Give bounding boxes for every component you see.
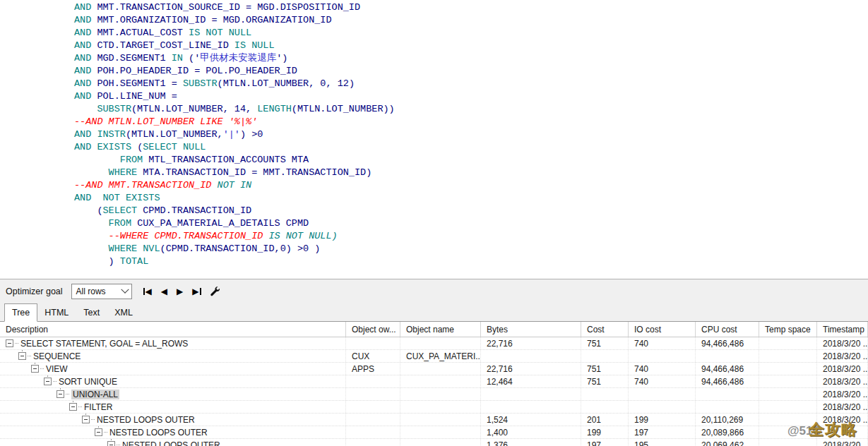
owner-cell: [346, 375, 400, 387]
previous-record-button[interactable]: ◀: [161, 287, 167, 296]
collapse-minus-icon[interactable]: [6, 339, 13, 347]
bytes-cell: 22,716: [481, 363, 581, 375]
cost-cell: [581, 401, 629, 413]
optimizer-goal-dropdown[interactable]: All rows: [71, 284, 132, 299]
timestamp-cell: 2018/3/20: [817, 439, 868, 446]
settings-wrench-icon[interactable]: [210, 286, 220, 296]
plan-tree-row[interactable]: SORT UNIQUE12,46475174094,466,4862018/3/…: [0, 375, 868, 388]
name-cell: [400, 439, 481, 446]
temp-space-cell: [759, 363, 817, 375]
cost-cell: [581, 388, 629, 400]
sql-code-line-1: AND MMT.TRANSACTION_SOURCE_ID = MGD.DISP…: [74, 1, 868, 14]
bytes-cell: [481, 388, 581, 400]
bytes-cell: 1,524: [481, 414, 581, 426]
plan-tree-row[interactable]: FILTER2018/3/20 ...: [0, 401, 868, 414]
column-header-io-cost[interactable]: IO cost: [629, 322, 696, 337]
plan-operation-label: NESTED LOOPS OUTER: [122, 440, 220, 446]
sql-code-line-13: FROM MTL_TRANSACTION_ACCOUNTS MTA: [74, 154, 868, 167]
column-header-object-ow[interactable]: Object ow...: [346, 322, 400, 337]
io-cost-cell: [629, 388, 696, 400]
bytes-cell: 22,716: [481, 337, 581, 349]
sql-code-line-4: AND CTD.TARGET_COST_LINE_ID IS NULL: [74, 40, 868, 52]
description-cell: VIEW: [0, 363, 346, 375]
temp-space-cell: [759, 375, 817, 387]
cpu-cost-cell: 20,110,269: [696, 414, 759, 426]
column-header-cpu-cost[interactable]: CPU cost: [696, 322, 759, 337]
sql-code-line-12: AND EXISTS (SELECT NULL: [74, 141, 868, 154]
column-header-timestamp[interactable]: Timestamp: [817, 322, 868, 337]
sql-code-line-19: --WHERE CPMD.TRANSACTION_ID IS NOT NULL): [74, 230, 868, 243]
collapse-minus-icon[interactable]: [82, 416, 90, 423]
timestamp-cell: 2018/3/20 ...: [817, 350, 868, 362]
sql-code-line-7: AND POH.SEGMENT1 = SUBSTR(MTLN.LOT_NUMBE…: [74, 78, 868, 90]
io-cost-cell: [629, 401, 696, 413]
name-cell: [400, 375, 481, 387]
plan-tree-row[interactable]: NESTED LOOPS OUTER1,40019919720,089,866: [0, 426, 868, 439]
tab-xml[interactable]: XML: [107, 304, 140, 321]
cpu-cost-cell: 20,089,866: [696, 426, 759, 438]
io-cost-cell: 197: [629, 426, 696, 438]
sql-code-line-8: AND POL.LINE_NUM =: [74, 90, 868, 103]
description-cell: NESTED LOOPS OUTER: [0, 414, 346, 426]
temp-space-cell: [759, 439, 817, 446]
sql-code-line-14: WHERE MTA.TRANSACTION_ID = MMT.TRANSACTI…: [74, 167, 868, 179]
plan-tree-row[interactable]: NESTED LOOPS OUTER1,37619719520,069,4622…: [0, 439, 868, 446]
timestamp-cell: 2018/3/20 ...: [817, 414, 868, 426]
plan-tree-row[interactable]: SELECT STATEMENT, GOAL = ALL_ROWS22,7167…: [0, 337, 868, 350]
sql-code-line-2: AND MMT.ORGANIZATION_ID = MGD.ORGANIZATI…: [74, 14, 868, 27]
description-cell: NESTED LOOPS OUTER: [0, 426, 346, 438]
plan-tree-row[interactable]: UNION-ALL2018/3/20 ...: [0, 388, 868, 401]
collapse-minus-icon[interactable]: [18, 352, 26, 360]
description-cell: SEQUENCE: [0, 350, 346, 362]
plan-operation-label: SEQUENCE: [33, 351, 81, 361]
collapse-minus-icon[interactable]: [31, 365, 39, 373]
collapse-minus-icon[interactable]: [57, 390, 64, 398]
sql-code-line-9: SUBSTR(MTLN.LOT_NUMBER, 14, LENGTH(MTLN.…: [74, 103, 868, 116]
plsql-developer-window: AND MMT.TRANSACTION_SOURCE_ID = MGD.DISP…: [0, 0, 868, 446]
plan-operation-label: VIEW: [46, 364, 68, 374]
tab-text[interactable]: Text: [76, 304, 107, 321]
owner-cell: [346, 388, 400, 400]
column-header-object-name[interactable]: Object name: [400, 322, 481, 337]
collapse-minus-icon[interactable]: [44, 378, 52, 385]
sql-code-line-5: AND MGD.SEGMENT1 IN ('甲供材未安装退库'): [74, 52, 868, 65]
cost-cell: 199: [581, 426, 629, 438]
sql-code-line-11: AND INSTR(MTLN.LOT_NUMBER,'|') >0: [74, 128, 868, 141]
sql-code-line-3: AND MMT.ACTUAL_COST IS NOT NULL: [74, 27, 868, 40]
cost-cell: 751: [581, 363, 629, 375]
column-header-description[interactable]: Description: [0, 322, 346, 337]
next-record-button[interactable]: ▶: [177, 287, 183, 296]
tab-html[interactable]: HTML: [37, 304, 76, 321]
cpu-cost-cell: [696, 388, 759, 400]
plan-tree-row[interactable]: SEQUENCECUXCUX_PA_MATERI...2018/3/20 ...: [0, 350, 868, 363]
owner-cell: [346, 439, 400, 446]
plan-operation-label: NESTED LOOPS OUTER: [109, 428, 208, 438]
plan-tree-row[interactable]: NESTED LOOPS OUTER1,52420119920,110,2692…: [0, 414, 868, 426]
collapse-minus-icon[interactable]: [107, 441, 115, 446]
sql-editor[interactable]: AND MMT.TRANSACTION_SOURCE_ID = MGD.DISP…: [0, 0, 868, 279]
record-navigation-buttons: ◀◀▶▶: [143, 287, 201, 296]
column-header-cost[interactable]: Cost: [581, 322, 629, 337]
name-cell: CUX_PA_MATERI...: [400, 350, 481, 362]
cost-cell: 751: [581, 375, 629, 387]
temp-space-cell: [759, 388, 817, 400]
cpu-cost-cell: 94,466,486: [696, 337, 759, 349]
owner-cell: APPS: [346, 363, 400, 375]
cost-cell: 197: [581, 439, 629, 446]
collapse-minus-icon[interactable]: [95, 428, 102, 436]
bytes-cell: [481, 401, 581, 413]
owner-cell: [346, 414, 400, 426]
temp-space-cell: [759, 337, 817, 349]
sql-code-line-6: AND POH.PO_HEADER_ID = POL.PO_HEADER_ID: [74, 65, 868, 78]
collapse-minus-icon[interactable]: [69, 403, 77, 411]
column-header-bytes[interactable]: Bytes: [481, 322, 581, 337]
sql-code-line-21: ) TOTAL: [74, 255, 868, 268]
last-record-button[interactable]: ▶: [192, 287, 201, 296]
tab-tree[interactable]: Tree: [4, 303, 37, 322]
owner-cell: [346, 337, 400, 349]
first-record-button[interactable]: ◀: [143, 287, 152, 296]
plan-tree-row[interactable]: VIEWAPPS22,71675174094,466,4862018/3/20 …: [0, 363, 868, 375]
sql-code-line-10: --AND MTLN.LOT_NUMBER LIKE '%|%': [74, 116, 868, 128]
column-header-temp-space[interactable]: Temp space: [759, 322, 817, 337]
plan-tree-grid: DescriptionObject ow...Object nameBytesC…: [0, 322, 868, 446]
